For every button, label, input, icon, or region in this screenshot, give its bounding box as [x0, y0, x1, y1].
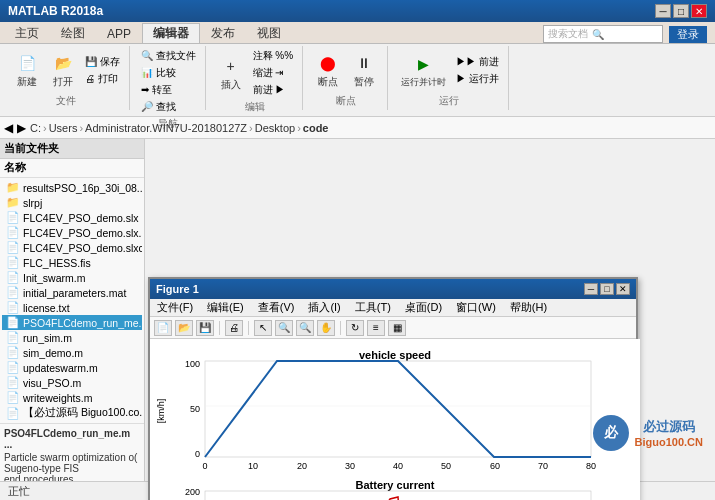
toolbar-zoom-out-icon[interactable]: 🔍 — [296, 320, 314, 336]
run-all-button[interactable]: ▶ 运行并 — [453, 71, 502, 87]
list-item[interactable]: 📁resultsPSO_16p_30i_08... — [2, 180, 142, 195]
menu-view[interactable]: 查看(V) — [255, 300, 298, 315]
search-bar[interactable]: 搜索文档 🔍 — [543, 25, 663, 43]
save-button[interactable]: 💾 保存 — [82, 54, 123, 70]
run-button[interactable]: ▶ 运行并计时 — [396, 49, 451, 92]
menu-desktop[interactable]: 桌面(D) — [402, 300, 445, 315]
toolbar-print-icon[interactable]: 🖨 — [225, 320, 243, 336]
figure-content: vehicle speed [km/h] 0 50 100 0 10 20 30… — [150, 339, 636, 500]
path-users[interactable]: Users — [49, 122, 78, 134]
path-code[interactable]: code — [303, 122, 329, 134]
close-button[interactable]: ✕ — [691, 4, 707, 18]
menu-help[interactable]: 帮助(H) — [507, 300, 550, 315]
tab-editor[interactable]: 编辑器 — [142, 23, 200, 43]
run-section-button[interactable]: ▶▶ 前进 — [453, 54, 502, 70]
path-admin[interactable]: Administrator.WIN7U-20180127Z — [85, 122, 247, 134]
figure-close-button[interactable]: ✕ — [616, 283, 630, 295]
path-desktop[interactable]: Desktop — [255, 122, 295, 134]
list-item[interactable]: 📄visu_PSO.m — [2, 375, 142, 390]
find-button[interactable]: 🔎 查找 — [138, 99, 199, 115]
list-item[interactable]: 📄initial_parameters.mat — [2, 285, 142, 300]
edit-group-label: 编辑 — [245, 98, 265, 114]
menu-insert[interactable]: 插入(I) — [305, 300, 343, 315]
list-item[interactable]: 📄Init_swarm.m — [2, 270, 142, 285]
maximize-button[interactable]: □ — [673, 4, 689, 18]
figure-title: Figure 1 — [156, 283, 199, 295]
search-placeholder: 搜索文档 — [548, 27, 588, 41]
toolbar-sep1 — [219, 321, 220, 335]
list-item[interactable]: 📄FLC_HESS.fis — [2, 255, 142, 270]
toolbar-cursor-icon[interactable]: ↖ — [254, 320, 272, 336]
breakpoint-button[interactable]: ⬤ 断点 — [311, 48, 345, 92]
toolbar-legend-icon[interactable]: ≡ — [367, 320, 385, 336]
forward-button[interactable]: 前进 ▶ — [250, 82, 297, 98]
prop-desc2: Sugeno-type FIS — [4, 463, 140, 474]
menu-window[interactable]: 窗口(W) — [453, 300, 499, 315]
svg-text:200: 200 — [185, 487, 200, 497]
menu-tools[interactable]: 工具(T) — [352, 300, 394, 315]
list-item[interactable]: 📄run_sim.m — [2, 330, 142, 345]
toolbar-new-icon[interactable]: 📄 — [154, 320, 172, 336]
list-item-selected[interactable]: 📄PSO4FLCdemo_run_me.m — [2, 315, 142, 330]
new-button[interactable]: 📄 新建 — [10, 48, 44, 92]
toolbar-save-icon[interactable]: 💾 — [196, 320, 214, 336]
list-item[interactable]: 📄FLC4EV_PSO_demo.slxc — [2, 240, 142, 255]
figure-minimize-button[interactable]: ─ — [584, 283, 598, 295]
tab-view[interactable]: 视图 — [246, 23, 292, 43]
top-y-label: [km/h] — [156, 399, 166, 424]
tab-publish[interactable]: 发布 — [200, 23, 246, 43]
file-small-btns: 💾 保存 🖨 打印 — [82, 54, 123, 87]
app-title: MATLAB R2018a — [8, 4, 103, 18]
toolbar-rotate-icon[interactable]: ↻ — [346, 320, 364, 336]
find-file-button[interactable]: 🔍 查找文件 — [138, 48, 199, 64]
list-item[interactable]: 📄updateswarm.m — [2, 360, 142, 375]
menu-file[interactable]: 文件(F) — [154, 300, 196, 315]
list-item[interactable]: 📄FLC4EV_PSO_demo.slx.a( — [2, 225, 142, 240]
tab-home[interactable]: 主页 — [4, 23, 50, 43]
nav-back-icon[interactable]: ◀ — [4, 121, 13, 135]
login-button[interactable]: 登录 — [669, 26, 707, 43]
address-bar: ◀ ▶ C: › Users › Administrator.WIN7U-201… — [0, 117, 715, 139]
current-folder-title: 当前文件夹 — [0, 139, 144, 159]
list-item[interactable]: 📄license.txt — [2, 300, 142, 315]
prop-desc1: Particle swarm optimization o( — [4, 452, 140, 463]
properties-panel: PSO4FLCdemo_run_me.m ... Particle swarm … — [0, 423, 144, 481]
figure-svg: vehicle speed [km/h] 0 50 100 0 10 20 30… — [150, 339, 640, 500]
print-button[interactable]: 🖨 打印 — [82, 71, 123, 87]
menu-edit[interactable]: 编辑(E) — [204, 300, 247, 315]
svg-text:80: 80 — [586, 461, 596, 471]
figure-restore-button[interactable]: □ — [600, 283, 614, 295]
minimize-button[interactable]: ─ — [655, 4, 671, 18]
run-icon: ▶ — [412, 52, 436, 76]
ribbon-group-edit: + 插入 注释 %% 缩进 ⇥ 前进 ▶ 编辑 — [208, 46, 304, 110]
open-button[interactable]: 📂 打开 — [46, 48, 80, 92]
comment-button[interactable]: 注释 %% — [250, 48, 297, 64]
list-item[interactable]: 📄【必过源码 Biguo100.co... — [2, 405, 142, 421]
tab-plot[interactable]: 绘图 — [50, 23, 96, 43]
list-item[interactable]: 📄writeweights.m — [2, 390, 142, 405]
goto-button[interactable]: ➡ 转至 — [138, 82, 199, 98]
list-item[interactable]: 📁slrpj — [2, 195, 142, 210]
watermark-line1: 必过源码 — [635, 418, 703, 436]
toolbar-pan-icon[interactable]: ✋ — [317, 320, 335, 336]
path-c[interactable]: C: — [30, 122, 41, 134]
toolbar-colorbar-icon[interactable]: ▦ — [388, 320, 406, 336]
run-buttons: ▶ 运行并计时 ▶▶ 前进 ▶ 运行并 — [396, 48, 502, 92]
toolbar-zoom-in-icon[interactable]: 🔍 — [275, 320, 293, 336]
watermark: 必 必过源码 Biguo100.CN — [593, 415, 703, 451]
compare-button[interactable]: 📊 比较 — [138, 65, 199, 81]
nav-forward-icon[interactable]: ▶ — [17, 121, 26, 135]
list-item[interactable]: 📄sim_demo.m — [2, 345, 142, 360]
indent-button[interactable]: 缩进 ⇥ — [250, 65, 297, 81]
title-bar-controls: ─ □ ✕ — [655, 4, 707, 18]
main-area: 当前文件夹 名称 📁resultsPSO_16p_30i_08... 📁slrp… — [0, 139, 715, 481]
insert-button[interactable]: + 插入 — [214, 51, 248, 95]
pause-button[interactable]: ⏸ 暂停 — [347, 48, 381, 92]
left-sidebar: 当前文件夹 名称 📁resultsPSO_16p_30i_08... 📁slrp… — [0, 139, 145, 481]
toolbar-open-icon[interactable]: 📂 — [175, 320, 193, 336]
list-item[interactable]: 📄FLC4EV_PSO_demo.slx — [2, 210, 142, 225]
svg-text:40: 40 — [393, 461, 403, 471]
watermark-logo-text: 必 — [604, 424, 618, 442]
tab-app[interactable]: APP — [96, 23, 142, 43]
ribbon-group-file: 📄 新建 📂 打开 💾 保存 🖨 打印 文件 — [4, 46, 130, 110]
